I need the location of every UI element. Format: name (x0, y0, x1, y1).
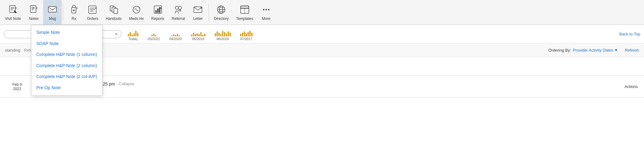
visit-title-row: Visit Note 02/09/2022 Wed 12:25 pm Colla… (44, 81, 624, 86)
bar (248, 32, 249, 36)
bar (240, 34, 241, 36)
timeline-2019-bars (191, 28, 205, 36)
meds-hx-label: Meds Hx (129, 16, 144, 21)
bar (133, 33, 135, 36)
ordering-section: Ordering By: Provider Activity Dates ▼ R… (548, 48, 639, 53)
timeline-2021-bars (151, 28, 156, 36)
bar (217, 31, 218, 36)
letter-icon: ▼ (192, 4, 203, 15)
toolbar-meds-hx[interactable]: ▼ Meds Hx (125, 0, 147, 25)
msg-icon (47, 4, 58, 15)
visit-note-icon: ▼ (7, 4, 19, 15)
timeline-2018-bars (215, 28, 231, 36)
referral-label: Referral (172, 16, 185, 21)
timeline-2017-bars (240, 28, 253, 36)
toolbar-more[interactable]: More (257, 0, 275, 25)
dropdown-complete-hp-1col[interactable]: Complete H&P Note (1 column) (31, 49, 102, 60)
bar (246, 33, 247, 36)
visit-note-split-arrow: ▼ (15, 7, 17, 10)
toolbar-handouts[interactable]: Handouts (102, 0, 125, 25)
ordering-refresh-button[interactable]: Refresh (625, 48, 639, 53)
referral-icon (173, 4, 184, 15)
notes-split-arrow: ▼ (36, 7, 38, 10)
visit-cc-reason: CC/Reason: (44, 87, 624, 92)
bar (173, 34, 174, 36)
bar (193, 33, 194, 36)
dropdown-pre-op-note[interactable]: Pre-Op Note (31, 82, 102, 94)
dropdown-soap-note[interactable]: SOAP Note (31, 38, 102, 49)
toolbar-notes[interactable]: ▼ Notes (25, 0, 43, 25)
timeline-2018: 06/2018 (215, 28, 231, 41)
bar (202, 35, 203, 36)
notes-icon: ▼ (28, 4, 39, 15)
timeline-2017: 07/2017 (240, 28, 253, 41)
ordering-dropdown-arrow: ▼ (614, 48, 618, 53)
bar (195, 34, 196, 36)
bar (220, 34, 221, 36)
directory-icon (216, 4, 227, 15)
templates-icon (239, 4, 250, 15)
bar (179, 35, 180, 36)
orders-label: Orders (87, 16, 98, 21)
meds-hx-icon: ▼ (131, 4, 142, 15)
timeline-2019-label: 05/2019 (192, 37, 204, 41)
timeline-search-clear[interactable]: ✕ (114, 32, 118, 37)
ordering-value-select[interactable]: Provider Activity Dates ▼ (573, 48, 618, 53)
visit-info: Visit Note 02/09/2022 Wed 12:25 pm Colla… (44, 81, 624, 92)
letter-label: Letter (193, 16, 203, 21)
directory-label: Directory (214, 16, 229, 21)
bar (200, 32, 202, 36)
toolbar-rx[interactable]: ▼ Rx (65, 0, 83, 25)
bar (132, 35, 133, 36)
notes-label: Notes (29, 16, 38, 21)
notes-dropdown-menu: Simple Note SOAP Note Complete H&P Note … (31, 25, 102, 96)
bar (218, 33, 220, 36)
ordering-value-text: Provider Activity Dates (573, 48, 613, 53)
svg-rect-20 (114, 8, 118, 13)
templates-label: Templates (236, 16, 253, 21)
dropdown-simple-note[interactable]: Simple Note (31, 27, 102, 38)
divider-1 (63, 4, 63, 21)
bar (128, 34, 129, 36)
timeline-2018-label: 06/2018 (217, 37, 229, 41)
bar (130, 32, 131, 36)
toolbar-msg[interactable]: Msg (43, 0, 62, 25)
bar (222, 31, 223, 36)
visit-date-line1: Feb 9 (12, 82, 22, 87)
timeline-2021: 03/2021 (148, 28, 160, 41)
rx-label: Rx (72, 16, 76, 21)
reports-label: Reports (151, 16, 164, 21)
meds-hx-split-arrow: ▼ (138, 7, 141, 10)
outstanding-text: standing (5, 48, 20, 53)
dropdown-complete-hp-2col[interactable]: Complete H&P Note (2 column) (31, 60, 102, 71)
timeline-chart: Today 03/2021 04 (122, 28, 613, 41)
bar (244, 31, 245, 36)
svg-point-39 (265, 9, 267, 10)
svg-point-26 (175, 6, 178, 9)
bar (153, 34, 154, 36)
timeline-2021-label: 03/2021 (148, 37, 160, 41)
orders-split-arrow: ▼ (95, 7, 97, 10)
main-toolbar: ▼ Visit Note ▼ Notes Msg (0, 0, 644, 25)
visit-date-line2: 2022 (13, 87, 21, 91)
reports-icon: ▼ (152, 4, 163, 15)
toolbar-visit-note[interactable]: ▼ Visit Note (1, 0, 25, 25)
bar (197, 33, 198, 36)
collapse-link[interactable]: Collapse (119, 81, 134, 86)
toolbar-referral[interactable]: Referral (168, 0, 189, 25)
toolbar-templates[interactable]: Templates (232, 0, 257, 25)
bar (226, 33, 227, 36)
toolbar-directory[interactable]: Directory (210, 0, 232, 25)
dropdown-complete-hp-2col-ap[interactable]: Complete H&P Note (2 col-A/P) (31, 71, 102, 82)
timeline-2020-label: 04/2020 (169, 37, 182, 41)
toolbar-letter[interactable]: ▼ Letter (189, 0, 207, 25)
toolbar-reports[interactable]: ▼ Reports (148, 0, 168, 25)
svg-point-27 (178, 6, 181, 9)
bar (175, 35, 176, 36)
timeline-today: Today (128, 28, 138, 41)
back-to-top-link[interactable]: Back to Top (613, 32, 640, 36)
bar (204, 34, 205, 36)
toolbar-orders[interactable]: ▼ Orders (83, 0, 102, 25)
divider-2 (208, 4, 209, 21)
timeline-today-bars (128, 28, 138, 36)
